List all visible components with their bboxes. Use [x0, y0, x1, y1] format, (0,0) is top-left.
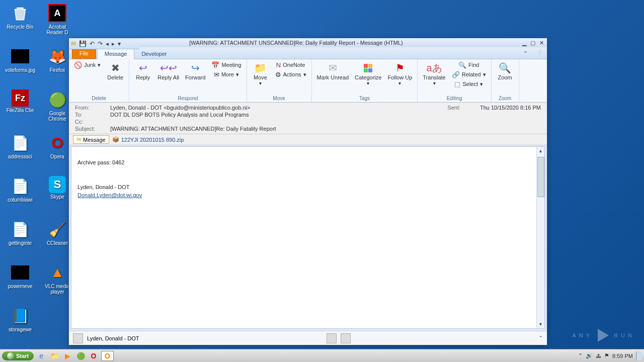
taskbar-opera[interactable]: O — [88, 351, 99, 361]
start-orb-icon — [7, 352, 14, 359]
to-label: To: — [75, 112, 110, 118]
tray-sound-icon[interactable]: 🔊 — [586, 352, 593, 359]
outlook-message-window: ✉ 💾 ↶ ↷ ◂ ▸ ▾ [WARNING: ATTACHMENT UNSCA… — [68, 38, 547, 345]
attachment-row: ✉Message 📦122YJI 20201015 890.zip — [69, 134, 547, 145]
taskbar-explorer[interactable]: 📁 — [49, 351, 60, 361]
start-button[interactable]: Start — [2, 351, 34, 360]
filezilla-icon[interactable]: FzFileZilla Clie — [2, 88, 38, 131]
message-tab[interactable]: ✉Message — [73, 135, 109, 144]
taskbar-media[interactable]: ▶ — [62, 351, 73, 361]
prev-icon[interactable]: ◂ — [106, 40, 109, 47]
redo-icon[interactable]: ↷ — [98, 40, 103, 47]
voteforms-icon[interactable]: voteforms.jpg — [2, 45, 38, 87]
people-pane-name: Lyden, Donald - DOT — [87, 335, 139, 341]
sent-label: Sent: — [435, 105, 460, 111]
collapse-ribbon-icon[interactable]: ⌃ — [520, 48, 531, 59]
group-delete: 🚫Junk ▾ ✖Delete Delete — [69, 59, 129, 102]
delete-icon: ✖ — [111, 61, 120, 74]
next-icon[interactable]: ▸ — [112, 40, 115, 47]
subject-label: Subject: — [75, 126, 110, 132]
group-move: 📁Move ▾ NOneNote ⚙Actions ▾ Move — [247, 59, 312, 102]
scroll-up-icon[interactable]: ▲ — [537, 147, 544, 155]
tray-expand-icon[interactable]: ⌃ — [578, 352, 583, 359]
show-desktop[interactable] — [636, 351, 642, 360]
actions-icon: ⚙ — [275, 71, 281, 78]
message-body[interactable]: Archive pass: 0462 Lyden, Donald - DOT D… — [71, 147, 536, 328]
zip-icon: 📦 — [112, 136, 119, 143]
more-button[interactable]: ✉More ▾ — [209, 70, 243, 79]
actions-button[interactable]: ⚙Actions ▾ — [273, 70, 308, 79]
forward-icon: ↪ — [191, 61, 200, 74]
junk-icon: 🚫 — [74, 61, 82, 69]
powerneve-icon[interactable]: powerneve — [2, 261, 38, 304]
mark-unread-button[interactable]: ✉Mark Unread — [315, 60, 351, 81]
taskbar-chrome[interactable]: 🟢 — [75, 351, 86, 361]
subject-value: [WARNING: ATTACHMENT UNSCANNED]Re: Daily… — [110, 126, 541, 132]
avatar-small-1[interactable] — [327, 333, 337, 343]
translate-button[interactable]: aあTranslate ▾ — [421, 60, 447, 87]
qat-more-icon[interactable]: ▾ — [118, 40, 121, 47]
move-button[interactable]: 📁Move ▾ — [250, 60, 271, 87]
play-icon — [598, 329, 609, 342]
avatar-icon[interactable] — [73, 333, 83, 343]
gettinginte-icon[interactable]: 📄gettinginte — [2, 218, 38, 260]
undo-icon[interactable]: ↶ — [90, 40, 95, 47]
cc-value — [110, 119, 541, 125]
taskbar-ie[interactable]: e — [36, 351, 47, 361]
signature-email-link[interactable]: Donald.Lyden@dot.wi.gov — [77, 192, 142, 198]
tab-developer[interactable]: Developer — [134, 49, 174, 59]
select-icon: ⬚ — [454, 80, 460, 88]
maximize-button[interactable]: ▢ — [529, 40, 536, 46]
zoom-button[interactable]: 🔍Zoom — [495, 60, 516, 81]
tab-file[interactable]: File — [72, 48, 96, 59]
onenote-button[interactable]: NOneNote — [273, 60, 308, 69]
reply-button[interactable]: ↩Reply — [132, 60, 153, 81]
taskbar: Start e 📁 ▶ 🟢 O O ⌃ 🔊 🖧 ⚑ 8:59 PM — [0, 349, 644, 362]
to-value: DOT DL DSP BOTS Policy Analysis and Loca… — [110, 112, 541, 118]
titlebar[interactable]: ✉ 💾 ↶ ↷ ◂ ▸ ▾ [WARNING: ATTACHMENT UNSCA… — [69, 38, 547, 47]
related-button[interactable]: 🔗Related ▾ — [450, 70, 488, 79]
archive-pass-text: Archive pass: 0462 — [77, 159, 530, 166]
reply-all-icon: ↩↩ — [160, 61, 177, 74]
select-button[interactable]: ⬚Select ▾ — [450, 79, 488, 88]
from-value: Lyden, Donald - DOT <bguido@ministeriopu… — [110, 105, 435, 111]
expand-people-icon[interactable]: ⌃ — [538, 335, 543, 341]
meeting-button[interactable]: 📅Meeting — [209, 60, 243, 69]
scroll-down-icon[interactable]: ▼ — [537, 320, 544, 328]
minimize-button[interactable]: ▁ — [521, 40, 527, 46]
save-icon[interactable]: 💾 — [79, 40, 87, 47]
tray-flag-icon[interactable]: ⚑ — [604, 352, 609, 359]
addresssci-icon[interactable]: 📄addresssci — [2, 132, 38, 174]
cc-label: Cc: — [75, 119, 110, 125]
clock[interactable]: 8:59 PM — [612, 353, 633, 359]
tray-network-icon[interactable]: 🖧 — [596, 353, 601, 359]
forward-button[interactable]: ↪Forward — [183, 60, 207, 81]
delete-button[interactable]: ✖Delete — [105, 60, 126, 81]
junk-button[interactable]: 🚫Junk ▾ — [72, 60, 103, 69]
followup-button[interactable]: ⚑Follow Up ▾ — [385, 60, 414, 87]
ribbon: 🚫Junk ▾ ✖Delete Delete ↩Reply ↩↩Reply Al… — [69, 59, 547, 103]
reply-all-button[interactable]: ↩↩Reply All — [155, 60, 181, 81]
more-icon: ✉ — [214, 71, 219, 78]
find-button[interactable]: 🔍Find — [450, 60, 488, 69]
help-icon[interactable]: ❔ — [531, 47, 547, 59]
categorize-button[interactable]: Categorize ▾ — [353, 60, 383, 87]
mark-unread-icon: ✉ — [329, 61, 337, 74]
avatar-small-2[interactable] — [341, 333, 351, 343]
close-button[interactable]: ✕ — [538, 40, 545, 46]
storagewe-icon[interactable]: 📘storagewe — [2, 305, 38, 347]
desktop: Recycle Bin AAcrobat Reader D voteforms.… — [0, 0, 644, 362]
group-respond: ↩Reply ↩↩Reply All ↪Forward 📅Meeting ✉Mo… — [129, 59, 247, 102]
columbiawi-icon[interactable]: 📄columbiawi — [2, 175, 38, 217]
taskbar-outlook[interactable]: O — [101, 351, 114, 361]
tab-message[interactable]: Message — [97, 48, 135, 59]
related-icon: 🔗 — [452, 71, 460, 78]
scroll-thumb[interactable] — [537, 157, 544, 197]
recycle-bin-icon[interactable]: Recycle Bin — [2, 2, 38, 44]
translate-icon: aあ — [426, 61, 442, 74]
vertical-scrollbar[interactable]: ▲ ▼ — [536, 147, 544, 328]
reply-icon: ↩ — [139, 61, 147, 74]
attachment-file[interactable]: 📦122YJI 20201015 890.zip — [112, 136, 184, 143]
move-icon: 📁 — [254, 61, 267, 74]
group-zoom: 🔍Zoom Zoom — [492, 59, 519, 102]
